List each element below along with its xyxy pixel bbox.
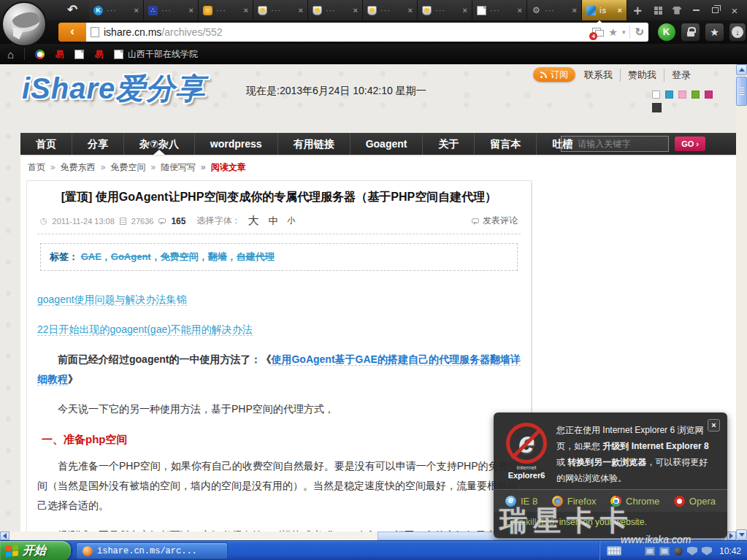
vertical-scrollbar[interactable] xyxy=(736,64,747,540)
bookmark-item[interactable]: 山西干部在线学院 xyxy=(114,48,198,61)
start-button[interactable]: 开始 xyxy=(0,541,71,560)
font-size-option[interactable]: 中 xyxy=(268,215,277,228)
taskbar-task-button[interactable]: ishare.cn.ms/arc... xyxy=(76,542,228,559)
site-logo[interactable]: iShare爱分享 xyxy=(22,69,205,109)
browser-tab[interactable]: ··· × xyxy=(144,0,199,20)
tab-close-icon[interactable]: × xyxy=(353,6,358,15)
scroll-right-button[interactable] xyxy=(727,532,736,540)
browser-tab[interactable]: ··· × xyxy=(89,0,144,20)
input-method-icon[interactable] xyxy=(607,546,621,556)
nav-item[interactable]: 分享 xyxy=(72,133,123,155)
browser-tab[interactable]: is × xyxy=(582,0,627,20)
nav-item[interactable]: wordpress xyxy=(194,133,277,155)
search-box[interactable] xyxy=(561,136,669,152)
tab-close-icon[interactable]: × xyxy=(463,6,467,15)
article-link[interactable]: 22日开始出现的goagent(gae)不能用的解决办法 xyxy=(37,323,253,336)
theme-color-swatch[interactable] xyxy=(692,91,700,99)
nav-item[interactable]: 有用链接 xyxy=(277,133,350,155)
multi-window-icon[interactable]: 4 xyxy=(592,28,604,37)
url-field[interactable]: ishare.cn.ms/archives/552 4 ★ ▾ ↻ xyxy=(86,23,648,42)
new-tab-button[interactable]: ＋ xyxy=(627,0,648,20)
browser-tab[interactable]: ··· × xyxy=(308,0,363,20)
theme-color-swatch[interactable] xyxy=(678,91,686,99)
breadcrumb-item[interactable]: 免费空间 xyxy=(96,162,146,172)
font-size-option[interactable]: 大 xyxy=(248,214,258,228)
nav-item[interactable]: 关于 xyxy=(422,133,474,155)
tag-link[interactable]: 自建代理 xyxy=(227,251,275,262)
scroll-down-button[interactable] xyxy=(736,529,747,540)
security-tray-icon[interactable] xyxy=(702,547,712,556)
search-input[interactable] xyxy=(576,138,664,150)
header-link[interactable]: 登录 xyxy=(664,69,698,82)
theme-color-swatch[interactable] xyxy=(652,103,662,112)
skin-icon[interactable] xyxy=(667,0,686,20)
browser-name: Opera xyxy=(689,496,716,507)
k-extension-button[interactable]: K xyxy=(656,23,676,42)
back-button[interactable]: ‹ xyxy=(58,23,86,42)
breadcrumb-item[interactable]: 随便写写 xyxy=(145,162,196,172)
breadcrumb-item[interactable]: 首页 xyxy=(28,162,45,172)
scroll-up-button[interactable] xyxy=(736,64,747,75)
nav-item[interactable]: Goagent xyxy=(350,133,423,155)
app-tray-icon[interactable] xyxy=(674,547,683,556)
tab-close-icon[interactable]: × xyxy=(408,6,413,15)
browser-logo[interactable] xyxy=(1,1,47,47)
window-restore-button[interactable] xyxy=(705,0,724,20)
tab-close-icon[interactable]: × xyxy=(299,6,303,15)
tag-link[interactable]: GAE xyxy=(81,251,101,262)
scroll-left-button[interactable] xyxy=(0,532,9,540)
lock-button[interactable] xyxy=(681,23,700,42)
tab-close-icon[interactable]: × xyxy=(244,6,248,15)
nav-item[interactable]: 留言本 xyxy=(474,133,536,155)
bookmark-item[interactable] xyxy=(94,50,104,59)
browser-tab[interactable]: ··· × xyxy=(472,0,527,20)
tab-list-icon[interactable] xyxy=(648,0,667,20)
window-close-button[interactable]: × xyxy=(724,0,745,20)
favorites-button[interactable]: ★ xyxy=(705,23,724,42)
refresh-icon[interactable]: ↻ xyxy=(635,26,644,39)
tab-close-icon[interactable]: × xyxy=(518,6,522,15)
security-tray-icon[interactable] xyxy=(687,547,697,556)
tab-close-icon[interactable]: × xyxy=(572,6,577,15)
tab-close-icon[interactable]: × xyxy=(618,6,622,15)
download-button[interactable]: ↓ xyxy=(729,23,746,42)
post-comment-link[interactable]: 发表评论 xyxy=(472,215,518,227)
network-tray-icon[interactable] xyxy=(645,547,655,556)
bookmark-item[interactable] xyxy=(35,50,45,59)
browser-tab[interactable]: ··· × xyxy=(253,0,308,20)
tab-close-icon[interactable]: × xyxy=(189,6,194,15)
browser-tab[interactable]: ··· × xyxy=(363,0,418,20)
text-segment: 》 xyxy=(68,373,78,385)
browser-tab[interactable]: ··· × xyxy=(527,0,582,20)
network-tray-icon[interactable] xyxy=(659,547,670,556)
nav-item[interactable]: 首页 xyxy=(20,133,72,155)
bookmark-item[interactable] xyxy=(55,50,64,59)
vertical-scroll-thumb[interactable] xyxy=(736,77,747,106)
tab-close-icon[interactable]: × xyxy=(134,6,139,15)
browser-option[interactable]: Opera xyxy=(674,496,716,507)
theme-color-swatch[interactable] xyxy=(665,91,673,99)
home-icon[interactable]: ⌂ xyxy=(7,48,14,61)
breadcrumb-item[interactable]: 免费东西 xyxy=(45,162,96,172)
bookmark-item[interactable] xyxy=(74,50,84,59)
rss-subscribe-button[interactable]: 订阅 xyxy=(533,67,575,82)
tag-link[interactable]: 免费空间 xyxy=(151,251,199,262)
header-link[interactable]: 联系我 xyxy=(577,69,620,82)
bookmark-star-icon[interactable]: ★ xyxy=(608,26,618,38)
tag-link[interactable]: 翻墙 xyxy=(199,251,227,262)
breadcrumb-item[interactable]: 阅读文章 xyxy=(196,162,246,172)
tag-link[interactable]: GoAgent xyxy=(101,251,151,262)
window-minimize-button[interactable] xyxy=(686,0,705,20)
nav-item[interactable]: 杂⑦杂八 xyxy=(123,133,194,155)
url-text[interactable]: ishare.cn.ms/archives/552 xyxy=(104,26,588,39)
browser-tab[interactable]: ··· × xyxy=(418,0,472,20)
history-back-icon[interactable]: ↶ xyxy=(67,2,77,18)
article-link[interactable]: goagent使用问题与解决办法集锦 xyxy=(37,294,187,306)
browser-tab[interactable]: ··· × xyxy=(199,0,253,20)
font-size-option[interactable]: 小 xyxy=(287,215,295,226)
theme-color-swatch[interactable] xyxy=(652,91,660,99)
header-link[interactable]: 赞助我 xyxy=(620,69,664,82)
star-dropdown-icon[interactable]: ▾ xyxy=(622,28,626,36)
search-go-button[interactable]: GO › xyxy=(675,137,705,151)
theme-color-swatch[interactable] xyxy=(705,91,713,99)
